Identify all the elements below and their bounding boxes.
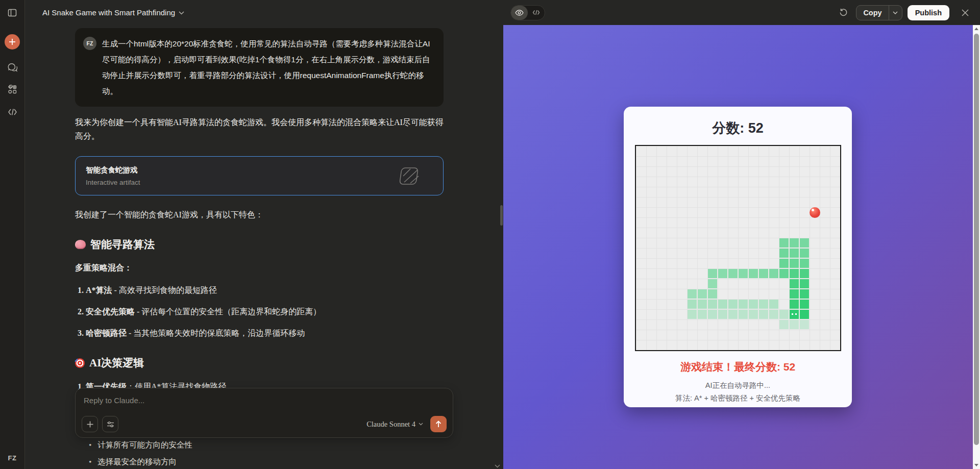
chevron-down-icon [893, 11, 898, 14]
score-display: 分数: 52 [624, 119, 852, 137]
snake-segment [728, 300, 738, 309]
new-chat-button[interactable] [5, 34, 20, 50]
sidebar: FZ [0, 0, 25, 469]
scroll-down-arrow[interactable] [974, 464, 978, 466]
view-toggle [510, 5, 545, 20]
snake-segment [728, 310, 738, 319]
projects-icon[interactable] [6, 83, 18, 95]
snake-segment [739, 269, 748, 278]
brain-emoji-icon [75, 240, 86, 249]
preview-scrollbar[interactable] [973, 25, 980, 469]
snake-segment [779, 259, 789, 268]
send-button[interactable] [430, 416, 447, 432]
attach-button[interactable] [82, 416, 98, 432]
code-icon[interactable] [6, 106, 18, 118]
artifact-toolbar: Copy Publish [503, 0, 980, 25]
snake-segment [739, 300, 748, 309]
snake-segment [790, 320, 799, 329]
snake-segment [769, 269, 778, 278]
snake-segment [779, 269, 789, 278]
snake-segment [749, 300, 758, 309]
preview-toggle[interactable] [511, 6, 528, 20]
snake-segment [688, 289, 697, 299]
snake-segment [708, 310, 717, 319]
user-message: FZ 生成一个html版本的20*20标准贪食蛇，使用常见的算法自动寻路（需要考… [75, 28, 444, 107]
snake-segment [718, 310, 727, 319]
snake-segment [708, 269, 717, 278]
snake-segment [800, 289, 809, 299]
artifact-icon [397, 165, 424, 187]
snake-segment [688, 310, 697, 319]
snake-segment [790, 300, 799, 309]
snake-segment [759, 269, 768, 278]
chevron-down-icon[interactable] [179, 11, 184, 15]
snake-segment [800, 249, 809, 258]
snake-segment [790, 259, 799, 268]
snake-segment [779, 238, 789, 248]
snake-segment [790, 238, 799, 248]
reply-input[interactable]: Reply to Claude... [84, 396, 445, 405]
model-selector[interactable]: Claude Sonnet 4 [366, 420, 426, 429]
refresh-button[interactable] [836, 5, 851, 20]
close-icon [962, 9, 969, 16]
scroll-up-arrow[interactable] [974, 28, 978, 30]
list-item: 哈密顿路径 - 当其他策略失效时的保底策略，沿边界循环移动 [86, 327, 444, 340]
code-toggle[interactable] [528, 6, 545, 20]
chat-scrollbar-thumb[interactable] [500, 205, 503, 226]
user-initials[interactable]: FZ [8, 454, 17, 462]
list-item: A*算法 - 高效寻找到食物的最短路径 [86, 284, 444, 297]
game-card: 分数: 52 游戏结束！最终分数: 52 AI正在自动寻路中... 算法: A*… [624, 107, 852, 407]
snake-segment [698, 289, 707, 299]
snake-segment [790, 269, 799, 278]
snake-segment [698, 310, 707, 319]
snake-segment [739, 310, 748, 319]
arrow-up-icon [435, 421, 442, 428]
app: FZ AI Snake Game with Smart Pathfinding … [0, 0, 980, 469]
ai-status-text: AI正在自动寻路中... [624, 381, 852, 390]
game-over-text: 游戏结束！最终分数: 52 [624, 360, 852, 374]
artifact-subtitle: Interactive artifact [86, 179, 433, 186]
artifact-preview: 分数: 52 游戏结束！最终分数: 52 AI正在自动寻路中... 算法: A*… [503, 25, 973, 469]
code-icon [532, 10, 540, 15]
assistant-intro: 我来为你创建一个具有智能AI寻路算法的贪食蛇游戏。我会使用多种算法的混合策略来让… [75, 115, 444, 143]
features-intro: 我创建了一个智能的贪食蛇AI游戏，具有以下特色： [75, 208, 444, 221]
snake-segment [790, 249, 799, 258]
conversation-title[interactable]: AI Snake Game with Smart Pathfinding [42, 8, 175, 17]
strategy-list: A*算法 - 高效寻找到食物的最短路径 安全优先策略 - 评估每个位置的安全性（… [75, 284, 444, 340]
copy-dropdown[interactable] [889, 6, 902, 20]
snake-segment [769, 300, 778, 309]
section2-heading: AI决策逻辑 [75, 356, 444, 370]
close-button[interactable] [958, 5, 973, 20]
snake-segment [779, 320, 789, 329]
snake-segment [800, 320, 809, 329]
snake-segment [698, 300, 707, 309]
publish-button[interactable]: Publish [908, 5, 949, 20]
tools-button[interactable] [102, 416, 118, 432]
snake-segment [800, 300, 809, 309]
preview-scrollbar-thumb[interactable] [974, 34, 979, 445]
snake-segment [708, 300, 717, 309]
artifact-card[interactable]: 智能贪食蛇游戏 Interactive artifact [75, 156, 444, 195]
eye-icon [515, 10, 524, 16]
target-emoji-icon [75, 358, 85, 368]
snake-segment [800, 269, 809, 278]
snake-segment [790, 279, 799, 288]
scroll-down-icon[interactable] [495, 464, 500, 468]
snake-segment [688, 300, 697, 309]
snake-segment [718, 269, 727, 278]
snake-segment [759, 300, 768, 309]
conversation-header: AI Snake Game with Smart Pathfinding [25, 0, 503, 24]
chats-icon[interactable] [6, 61, 18, 73]
snake-segment [779, 249, 789, 258]
snake-segment [800, 310, 809, 319]
sidebar-toggle-icon[interactable] [6, 7, 18, 19]
user-message-text: 生成一个html版本的20*20标准贪食蛇，使用常见的算法自动寻路（需要考虑多种… [102, 36, 434, 99]
sub-item: 选择最安全的移动方向 [89, 455, 444, 468]
snake-segment [800, 279, 809, 288]
snake-segment [790, 289, 799, 299]
snake-segment [718, 300, 727, 309]
algorithm-text: 算法: A* + 哈密顿路径 + 安全优先策略 [624, 393, 852, 403]
snake-head [790, 310, 799, 319]
snake-segment [749, 269, 758, 278]
copy-button[interactable]: Copy [856, 5, 902, 20]
